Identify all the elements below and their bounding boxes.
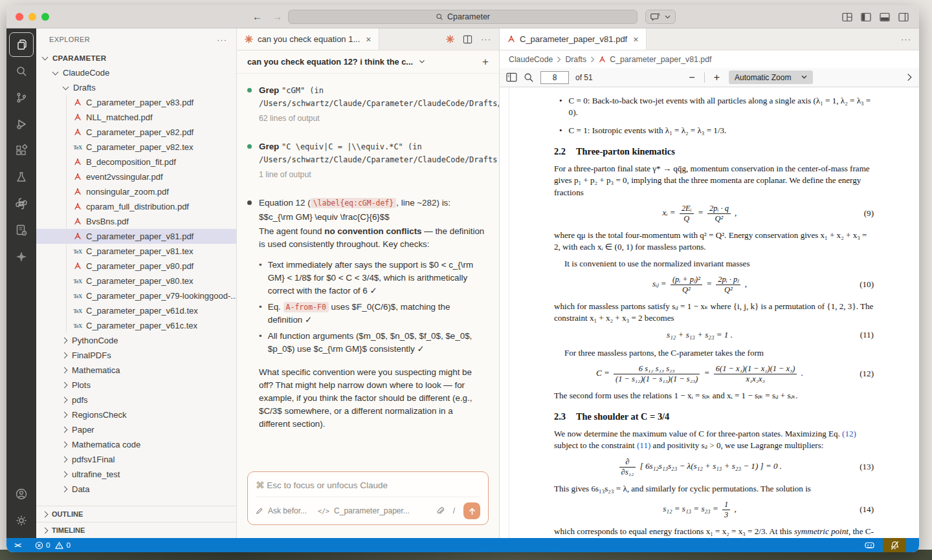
claude-asterisk-icon[interactable] xyxy=(446,35,454,43)
pencil-icon[interactable] xyxy=(256,507,263,515)
tree-item[interactable]: TeX NLL_matched.pdf xyxy=(36,110,236,125)
pdf-file-icon xyxy=(72,202,83,211)
tree-item[interactable]: TeX C_parameter_paper_v80.tex xyxy=(36,274,236,288)
zoom-out-button[interactable]: − xyxy=(686,72,697,83)
activity-notebook[interactable] xyxy=(9,218,34,242)
tree-item[interactable]: TeX CPARAMETER xyxy=(36,50,236,65)
tree-item[interactable]: TeX pdfsv1Final xyxy=(36,452,236,467)
chat-tab[interactable]: can you check equation 1... × xyxy=(237,28,379,50)
activity-run-debug[interactable] xyxy=(9,112,34,136)
context-file[interactable]: C_parameter_paper... xyxy=(334,506,410,515)
tool-output-meta[interactable]: 1 line of output xyxy=(259,168,499,181)
copilot-chat-control[interactable] xyxy=(645,10,676,24)
chat-input[interactable] xyxy=(256,480,480,490)
problems-indicator[interactable]: 0 0 xyxy=(35,541,73,550)
tree-item[interactable]: TeX C_parameter_paper_v61c.tex xyxy=(36,318,236,333)
thread-title: can you check equation 12? i think the c… xyxy=(247,57,413,67)
tree-item[interactable]: TeX C_parameter_paper_v61d.tex xyxy=(36,303,236,318)
forward-icon[interactable]: → xyxy=(272,11,282,22)
chat-messages[interactable]: Grep "cGM" (in /Users/schwartz/Claude/Cp… xyxy=(237,74,499,464)
tree-item-label: C_parameter_paper_v80.pdf xyxy=(86,261,194,271)
tree-item[interactable]: TeX C_parameter_paper_v82.pdf xyxy=(36,125,236,140)
tree-item[interactable]: TeX FinalPDFs xyxy=(36,348,236,363)
chevron-icon xyxy=(61,382,68,389)
split-editor-icon[interactable] xyxy=(463,35,472,44)
chat-input-box[interactable]: Ask befor... </> C_parameter_paper... / xyxy=(247,471,489,525)
more-actions-icon[interactable]: ··· xyxy=(481,34,491,44)
close-icon[interactable]: × xyxy=(366,34,371,45)
tree-item[interactable]: TeX Paper xyxy=(36,422,236,437)
equation-link[interactable]: (12) xyxy=(842,429,856,438)
toggle-primary-sidebar-icon[interactable] xyxy=(861,12,871,22)
breadcrumb-folder[interactable]: Drafts xyxy=(565,55,586,64)
tree-item[interactable]: TeX event2vssingular.pdf xyxy=(36,169,236,184)
permission-mode[interactable]: Ask befor... xyxy=(268,506,307,515)
tree-item[interactable]: TeX ultrafine_test xyxy=(36,467,236,482)
activity-extensions[interactable] xyxy=(9,138,34,163)
do-not-disturb-toggle[interactable] xyxy=(883,538,906,552)
toolbar-expand-icon[interactable] xyxy=(907,73,913,81)
breadcrumb-folder[interactable]: ClaudeCode xyxy=(509,55,553,64)
tool-output-meta[interactable]: 62 lines of output xyxy=(259,112,499,125)
send-button[interactable] xyxy=(463,502,480,519)
tree-item[interactable]: TeX Mathematica xyxy=(36,363,236,378)
activity-explorer[interactable] xyxy=(9,32,34,57)
pdf-file-icon xyxy=(72,188,83,196)
tree-item[interactable]: TeX C_parameter_paper_v80.pdf xyxy=(36,259,236,274)
explorer-more-icon[interactable]: ··· xyxy=(217,35,227,45)
chevron-icon xyxy=(61,427,68,433)
pdf-page[interactable]: •C = 0: Back-to-back two-jet events with… xyxy=(500,87,919,538)
chevron-down-icon[interactable] xyxy=(419,59,425,64)
tree-item[interactable]: TeX Mathematica code xyxy=(36,437,236,452)
timeline-section[interactable]: TIMELINE xyxy=(36,522,236,538)
tree-item[interactable]: TeX C_parameter_paper_v79-lookinggood-..… xyxy=(36,288,236,303)
page-number-input[interactable] xyxy=(540,71,569,84)
toggle-panel-icon[interactable] xyxy=(880,12,890,22)
tree-item[interactable]: TeX Data xyxy=(36,482,236,497)
tree-item[interactable]: TeX C_parameter_paper_v81.pdf xyxy=(36,229,236,244)
customize-layout-icon[interactable] xyxy=(842,12,852,22)
command-center-search[interactable]: Cparameter xyxy=(288,10,638,24)
zoom-select[interactable]: Automatic Zoom xyxy=(729,70,813,84)
activity-testing[interactable] xyxy=(9,165,34,189)
activity-python[interactable] xyxy=(9,191,34,216)
activity-search[interactable] xyxy=(9,59,34,83)
activity-account[interactable] xyxy=(9,482,34,506)
tree-item[interactable]: TeX pdfs xyxy=(36,393,236,407)
close-icon[interactable]: × xyxy=(633,34,638,45)
remote-indicator-icon[interactable]: >< xyxy=(6,542,28,549)
tree-item[interactable]: TeX RegionsCheck xyxy=(36,407,236,422)
toggle-sidebar-icon[interactable] xyxy=(506,72,517,82)
outline-section[interactable]: OUTLINE xyxy=(36,506,236,522)
maximize-window-button[interactable] xyxy=(41,13,49,21)
paperclip-icon[interactable] xyxy=(436,506,445,515)
tree-item[interactable]: TeX C_parameter_paper_v83.pdf xyxy=(36,95,236,110)
new-chat-button[interactable]: + xyxy=(482,56,489,69)
tree-item[interactable]: TeX C_parameter_paper_v82.tex xyxy=(36,140,236,155)
tree-item[interactable]: TeX nonsingular_zoom.pdf xyxy=(36,184,236,199)
activity-claude[interactable] xyxy=(9,244,34,269)
tree-item[interactable]: TeX Drafts xyxy=(36,80,236,95)
breadcrumb-file[interactable]: C_parameter_paper_v81.pdf xyxy=(610,55,711,64)
pdf-tab[interactable]: C_parameter_paper_v81.pdf × xyxy=(500,28,647,50)
tree-item[interactable]: TeX B_decomposition_fit.pdf xyxy=(36,155,236,169)
minimize-window-button[interactable] xyxy=(28,13,36,21)
close-window-button[interactable] xyxy=(16,13,23,21)
tree-item[interactable]: TeX ClaudeCode xyxy=(36,65,236,80)
equation-link[interactable]: (11) xyxy=(637,440,650,450)
find-in-document-icon[interactable] xyxy=(524,72,534,83)
tree-item[interactable]: TeX Plots xyxy=(36,378,236,393)
copilot-status-icon[interactable] xyxy=(856,541,883,550)
toggle-secondary-sidebar-icon[interactable] xyxy=(898,12,909,22)
tree-item[interactable]: TeX PythonCode xyxy=(36,333,236,348)
slash-command[interactable]: / xyxy=(453,506,455,515)
tree-item[interactable]: TeX C_parameter_paper_v81.tex xyxy=(36,244,236,259)
zoom-in-button[interactable]: + xyxy=(711,72,722,83)
check-item: •Text immediately after says the support… xyxy=(259,259,486,297)
activity-source-control[interactable] xyxy=(9,85,34,110)
tree-item[interactable]: TeX cparam_full_distribution.pdf xyxy=(36,199,236,214)
back-icon[interactable]: ← xyxy=(252,11,262,22)
tree-item[interactable]: TeX BvsBns.pdf xyxy=(36,214,236,229)
more-actions-icon[interactable]: ··· xyxy=(901,34,911,44)
activity-settings[interactable] xyxy=(9,508,34,533)
